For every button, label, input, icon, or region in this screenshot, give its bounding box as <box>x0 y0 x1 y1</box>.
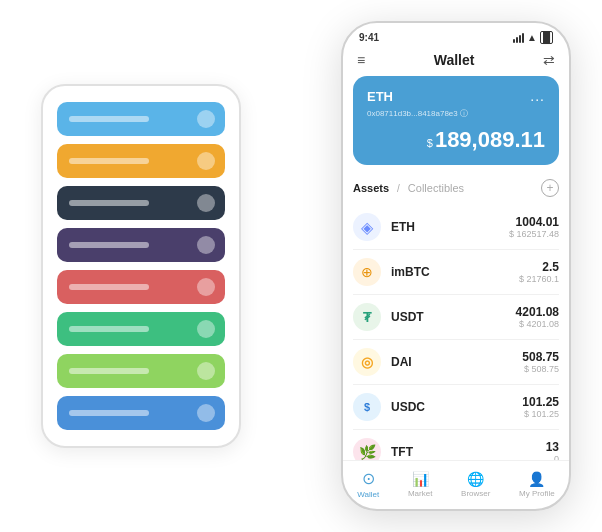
dai-usd: $ 508.75 <box>522 364 559 374</box>
card-icon <box>197 362 215 380</box>
card-text-line <box>69 158 149 164</box>
usdc-usd: $ 101.25 <box>522 409 559 419</box>
card-text-line <box>69 326 149 332</box>
menu-icon[interactable]: ≡ <box>357 52 365 68</box>
tft-symbol: TFT <box>391 445 546 459</box>
card-item[interactable] <box>57 312 225 346</box>
browser-nav-label: Browser <box>461 489 490 498</box>
phone-frame: 9:41 ▲ █ ≡ Wallet ⇄ ETH <box>341 21 571 511</box>
dai-values: 508.75 $ 508.75 <box>522 350 559 374</box>
eth-card-amount: $189,089.11 <box>367 127 545 153</box>
status-time: 9:41 <box>359 32 379 43</box>
eth-card[interactable]: ETH ... 0x08711d3b...8418a78e3 ⓘ $189,08… <box>353 76 559 165</box>
usdt-amount: 4201.08 <box>516 305 559 319</box>
imbtc-usd: $ 21760.1 <box>519 274 559 284</box>
eth-amount: 1004.01 <box>509 215 559 229</box>
eth-card-value: 189,089.11 <box>435 127 545 152</box>
tft-amount: 13 <box>546 440 559 454</box>
card-icon <box>197 110 215 128</box>
scene: 9:41 ▲ █ ≡ Wallet ⇄ ETH <box>11 11 591 521</box>
imbtc-symbol: imBTC <box>391 265 519 279</box>
wallet-nav-icon: ⊙ <box>362 469 375 488</box>
dai-icon: ◎ <box>353 348 381 376</box>
imbtc-icon: ⊕ <box>353 258 381 286</box>
card-icon <box>197 194 215 212</box>
card-item[interactable] <box>57 144 225 178</box>
signal-icon <box>513 33 524 43</box>
card-icon <box>197 320 215 338</box>
card-icon <box>197 152 215 170</box>
tft-icon: 🌿 <box>353 438 381 460</box>
eth-card-header: ETH ... <box>367 88 545 104</box>
dai-amount: 508.75 <box>522 350 559 364</box>
card-item[interactable] <box>57 228 225 262</box>
market-nav-icon: 📊 <box>412 471 429 487</box>
profile-nav-icon: 👤 <box>528 471 545 487</box>
usdc-icon: $ <box>353 393 381 421</box>
card-item[interactable] <box>57 102 225 136</box>
profile-nav-label: My Profile <box>519 489 555 498</box>
browser-nav-icon: 🌐 <box>467 471 484 487</box>
asset-row-tft[interactable]: 🌿 TFT 13 0 <box>353 430 559 460</box>
tft-values: 13 0 <box>546 440 559 460</box>
asset-row-usdt[interactable]: ₮ USDT 4201.08 $ 4201.08 <box>353 295 559 340</box>
usdt-icon: ₮ <box>353 303 381 331</box>
asset-list: ◈ ETH 1004.01 $ 162517.48 ⊕ imBTC 2.5 $ … <box>353 205 559 460</box>
eth-card-title: ETH <box>367 89 393 104</box>
nav-browser[interactable]: 🌐 Browser <box>461 471 490 498</box>
asset-row-usdc[interactable]: $ USDC 101.25 $ 101.25 <box>353 385 559 430</box>
eth-usd: $ 162517.48 <box>509 229 559 239</box>
usdt-values: 4201.08 $ 4201.08 <box>516 305 559 329</box>
assets-tabs: Assets / Collectibles <box>353 182 464 194</box>
eth-icon: ◈ <box>353 213 381 241</box>
imbtc-amount: 2.5 <box>519 260 559 274</box>
nav-wallet[interactable]: ⊙ Wallet <box>357 469 379 499</box>
tab-assets[interactable]: Assets <box>353 182 389 194</box>
card-icon <box>197 278 215 296</box>
card-item[interactable] <box>57 186 225 220</box>
card-icon <box>197 404 215 422</box>
card-item[interactable] <box>57 354 225 388</box>
battery-icon: █ <box>540 31 553 44</box>
asset-row-dai[interactable]: ◎ DAI 508.75 $ 508.75 <box>353 340 559 385</box>
nav-market[interactable]: 📊 Market <box>408 471 432 498</box>
tab-collectibles[interactable]: Collectibles <box>408 182 464 194</box>
card-item[interactable] <box>57 270 225 304</box>
card-text-line <box>69 368 149 374</box>
eth-values: 1004.01 $ 162517.48 <box>509 215 559 239</box>
page-title: Wallet <box>434 52 475 68</box>
card-icon <box>197 236 215 254</box>
phone-header: ≡ Wallet ⇄ <box>343 48 569 76</box>
asset-row-eth[interactable]: ◈ ETH 1004.01 $ 162517.48 <box>353 205 559 250</box>
asset-row-imbtc[interactable]: ⊕ imBTC 2.5 $ 21760.1 <box>353 250 559 295</box>
wifi-icon: ▲ <box>527 32 537 43</box>
eth-symbol: ETH <box>391 220 509 234</box>
market-nav-label: Market <box>408 489 432 498</box>
tab-separator: / <box>397 183 400 194</box>
usdc-amount: 101.25 <box>522 395 559 409</box>
card-stack <box>41 84 241 448</box>
status-icons: ▲ █ <box>513 31 553 44</box>
eth-card-address: 0x08711d3b...8418a78e3 ⓘ <box>367 108 545 119</box>
usdc-symbol: USDC <box>391 400 522 414</box>
dai-symbol: DAI <box>391 355 522 369</box>
status-bar: 9:41 ▲ █ <box>343 23 569 48</box>
wallet-nav-label: Wallet <box>357 490 379 499</box>
usdc-values: 101.25 $ 101.25 <box>522 395 559 419</box>
usdt-usd: $ 4201.08 <box>516 319 559 329</box>
usdt-symbol: USDT <box>391 310 516 324</box>
add-asset-button[interactable]: + <box>541 179 559 197</box>
card-text-line <box>69 242 149 248</box>
nav-profile[interactable]: 👤 My Profile <box>519 471 555 498</box>
card-text-line <box>69 410 149 416</box>
imbtc-values: 2.5 $ 21760.1 <box>519 260 559 284</box>
scan-icon[interactable]: ⇄ <box>543 52 555 68</box>
assets-header: Assets / Collectibles + <box>353 175 559 205</box>
card-item[interactable] <box>57 396 225 430</box>
bottom-nav: ⊙ Wallet 📊 Market 🌐 Browser 👤 My Profile <box>343 460 569 509</box>
eth-card-menu[interactable]: ... <box>530 88 545 104</box>
eth-card-currency: $ <box>427 137 433 149</box>
card-text-line <box>69 200 149 206</box>
card-text-line <box>69 116 149 122</box>
phone-content: ETH ... 0x08711d3b...8418a78e3 ⓘ $189,08… <box>343 76 569 460</box>
